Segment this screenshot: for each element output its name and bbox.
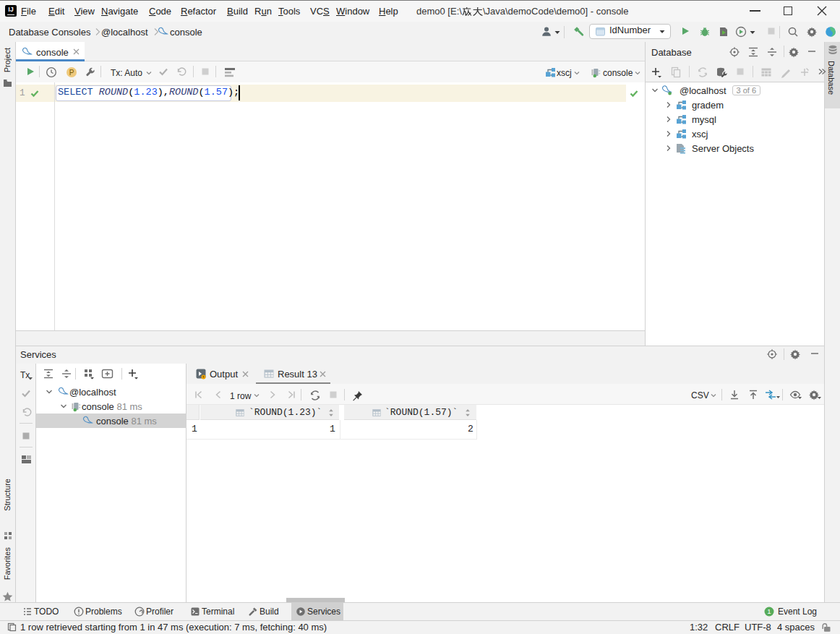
svg-text:P: P bbox=[69, 69, 74, 77]
svg-text:1: 1 bbox=[767, 607, 771, 615]
